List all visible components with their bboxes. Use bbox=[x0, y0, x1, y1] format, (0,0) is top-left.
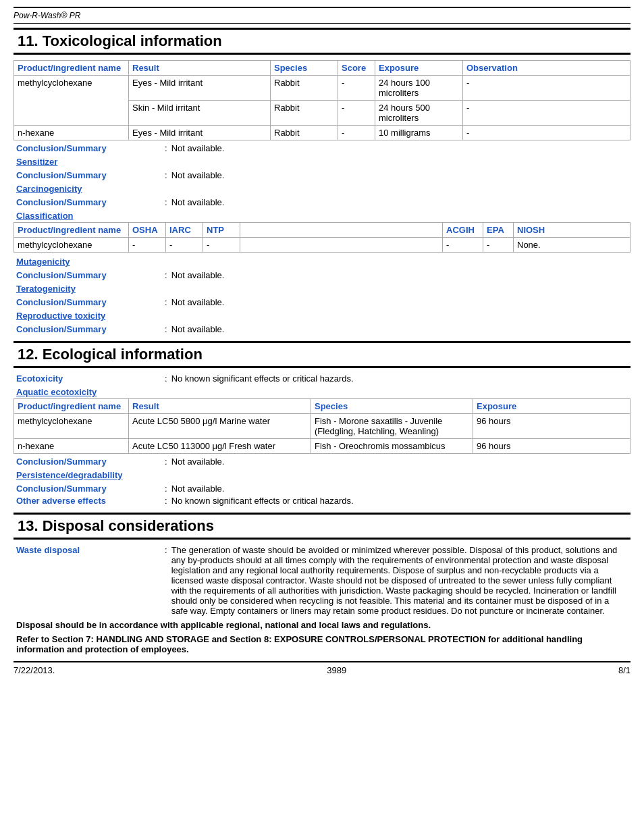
carcinogenicity-label: Carcinogenicity bbox=[14, 182, 630, 195]
footer-page: 8/1 bbox=[618, 665, 630, 675]
cell-observation: - bbox=[463, 101, 630, 126]
other-adverse-value: No known significant effects or critical… bbox=[171, 496, 628, 506]
eco-conclusion-value-1: Not available. bbox=[171, 457, 628, 467]
eco-cell-ingredient: methylcyclohexane bbox=[14, 414, 129, 439]
classification-label: Classification bbox=[14, 209, 630, 222]
col-spacer bbox=[240, 223, 443, 238]
conclusion-summary-6: Conclusion/Summary : Not available. bbox=[14, 324, 630, 334]
footer-date: 7/22/2013. bbox=[14, 665, 55, 675]
teratogenicity-label: Teratogenicity bbox=[14, 282, 630, 295]
reproductive-toxicity-label: Reproductive toxicity bbox=[14, 309, 630, 322]
eco-cell-exposure2: 96 hours bbox=[473, 439, 630, 454]
footer-doc-number: 3989 bbox=[327, 665, 346, 675]
bold-note-1: Disposal should be in accordance with ap… bbox=[16, 620, 628, 630]
ecological-table: Product/ingredient name Result Species E… bbox=[14, 398, 630, 454]
eco-col-ingredient: Product/ingredient name bbox=[14, 399, 129, 414]
waste-disposal-value: The generation of waste should be avoide… bbox=[171, 545, 628, 616]
cell-observation: - bbox=[463, 76, 630, 101]
table-row: n-hexane Eyes - Mild irritant Rabbit - 1… bbox=[14, 126, 630, 140]
conclusion-label-4: Conclusion/Summary bbox=[16, 270, 165, 280]
cell-score: - bbox=[338, 101, 375, 126]
document-header: Pow-R-Wash® PR bbox=[14, 7, 630, 24]
cell-species: Rabbit bbox=[271, 76, 338, 101]
cell-species: Rabbit bbox=[271, 101, 338, 126]
cell-spacer bbox=[240, 238, 443, 253]
eco-cell-species2: Fish - Oreochromis mossambicus bbox=[311, 439, 473, 454]
cell-ingredient: n-hexane bbox=[14, 126, 129, 140]
product-name: Pow-R-Wash® PR bbox=[14, 11, 80, 20]
cell-score: - bbox=[338, 126, 375, 140]
table-row: methylcyclohexane Acute LC50 5800 μg/l M… bbox=[14, 414, 630, 439]
cell-observation: - bbox=[463, 126, 630, 140]
col-ingredient: Product/ingredient name bbox=[14, 61, 129, 76]
conclusion-summary-5: Conclusion/Summary : Not available. bbox=[14, 297, 630, 307]
conclusion-value-4: Not available. bbox=[171, 270, 628, 280]
cell-iarc: - bbox=[166, 238, 203, 253]
conclusion-label-1: Conclusion/Summary bbox=[16, 143, 165, 153]
conclusion-value-3: Not available. bbox=[171, 197, 628, 207]
sensitizer-label: Sensitizer bbox=[14, 155, 630, 168]
waste-disposal-label: Waste disposal bbox=[16, 545, 165, 555]
cell-ingredient: methylcyclohexane bbox=[14, 76, 129, 126]
col-observation: Observation bbox=[463, 61, 630, 76]
table-row: methylcyclohexane Eyes - Mild irritant R… bbox=[14, 76, 630, 101]
conclusion-label-6: Conclusion/Summary bbox=[16, 324, 165, 334]
col-result: Result bbox=[129, 61, 271, 76]
conclusion-value-6: Not available. bbox=[171, 324, 628, 334]
cell-exposure: 24 hours 500 microliters bbox=[375, 101, 463, 126]
eco-col-result: Result bbox=[129, 399, 311, 414]
conclusion-label-5: Conclusion/Summary bbox=[16, 297, 165, 307]
conclusion-value-5: Not available. bbox=[171, 297, 628, 307]
waste-disposal-row: Waste disposal : The generation of waste… bbox=[14, 545, 630, 616]
classification-table: Product/ingredient name OSHA IARC NTP AC… bbox=[14, 222, 630, 253]
col-ntp: NTP bbox=[203, 223, 240, 238]
col-ingredient2: Product/ingredient name bbox=[14, 223, 129, 238]
eco-cell-exposure: 96 hours bbox=[473, 414, 630, 439]
cell-result: Eyes - Mild irritant bbox=[129, 126, 271, 140]
persistence-label: Persistence/degradability bbox=[14, 469, 630, 481]
section-13-title: 13. Disposal considerations bbox=[14, 513, 630, 540]
cell-score: - bbox=[338, 76, 375, 101]
conclusion-value-2: Not available. bbox=[171, 170, 628, 180]
other-adverse-row: Other adverse effects : No known signifi… bbox=[14, 496, 630, 506]
conclusion-label-3: Conclusion/Summary bbox=[16, 197, 165, 207]
ecotoxicity-value: No known significant effects or critical… bbox=[171, 373, 628, 384]
cell-acgih: - bbox=[443, 238, 483, 253]
conclusion-summary-2: Conclusion/Summary : Not available. bbox=[14, 170, 630, 180]
eco-col-exposure: Exposure bbox=[473, 399, 630, 414]
conclusion-summary-1: Conclusion/Summary : Not available. bbox=[14, 143, 630, 153]
cell-exposure: 24 hours 100 microliters bbox=[375, 76, 463, 101]
eco-cell-ingredient2: n-hexane bbox=[14, 439, 129, 454]
eco-cell-result2: Acute LC50 113000 μg/l Fresh water bbox=[129, 439, 311, 454]
eco-col-species: Species bbox=[311, 399, 473, 414]
col-osha: OSHA bbox=[129, 223, 166, 238]
ecotoxicity-row: Ecotoxicity : No known significant effec… bbox=[14, 373, 630, 384]
cell-result: Skin - Mild irritant bbox=[129, 101, 271, 126]
cell-result: Eyes - Mild irritant bbox=[129, 76, 271, 101]
eco-cell-species: Fish - Morone saxatilis - Juvenile (Fled… bbox=[311, 414, 473, 439]
col-species: Species bbox=[271, 61, 338, 76]
col-epa: EPA bbox=[483, 223, 514, 238]
other-adverse-label: Other adverse effects bbox=[16, 496, 165, 506]
cell-niosh: None. bbox=[514, 238, 630, 253]
col-exposure: Exposure bbox=[375, 61, 463, 76]
conclusion-summary-4: Conclusion/Summary : Not available. bbox=[14, 270, 630, 280]
col-score: Score bbox=[338, 61, 375, 76]
conclusion-label-2: Conclusion/Summary bbox=[16, 170, 165, 180]
table-row: methylcyclohexane - - - - - None. bbox=[14, 238, 630, 253]
cell-osha: - bbox=[129, 238, 166, 253]
conclusion-summary-3: Conclusion/Summary : Not available. bbox=[14, 197, 630, 207]
eco-conclusion-2: Conclusion/Summary : Not available. bbox=[14, 484, 630, 494]
ecotoxicity-label: Ecotoxicity bbox=[16, 373, 165, 384]
eco-conclusion-label-2: Conclusion/Summary bbox=[16, 484, 165, 494]
toxicological-table: Product/ingredient name Result Species S… bbox=[14, 60, 630, 140]
cell-ntp: - bbox=[203, 238, 240, 253]
col-iarc: IARC bbox=[166, 223, 203, 238]
eco-conclusion-label-1: Conclusion/Summary bbox=[16, 457, 165, 467]
col-acgih: ACGIH bbox=[443, 223, 483, 238]
mutagenicity-label: Mutagenicity bbox=[14, 255, 630, 268]
eco-conclusion-value-2: Not available. bbox=[171, 484, 628, 494]
aquatic-ecotoxicity-label: Aquatic ecotoxicity bbox=[14, 386, 630, 398]
table-row: n-hexane Acute LC50 113000 μg/l Fresh wa… bbox=[14, 439, 630, 454]
bold-note-2: Refer to Section 7: HANDLING AND STORAGE… bbox=[16, 634, 628, 654]
